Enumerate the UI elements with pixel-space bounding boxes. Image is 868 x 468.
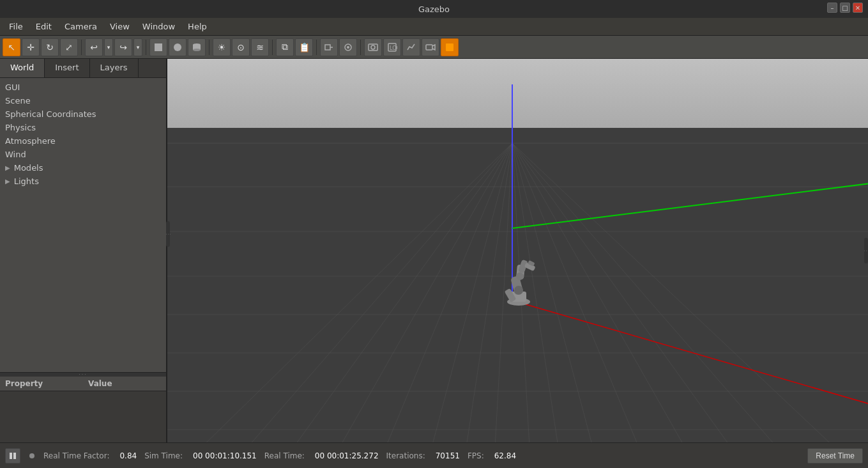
tree-item-atmosphere[interactable]: Atmosphere: [0, 134, 166, 148]
select-tool-button[interactable]: ↖: [3, 38, 20, 56]
svg-point-47: [514, 286, 523, 295]
svg-point-4: [193, 49, 201, 51]
copy-button[interactable]: ⧉: [276, 38, 294, 56]
svg-line-21: [423, 143, 512, 442]
real-time-factor-label: Real Time Factor:: [43, 451, 109, 460]
svg-line-42: [512, 300, 868, 404]
screenshot-button[interactable]: [364, 38, 382, 56]
tree-item-lights[interactable]: ▶ Lights: [0, 175, 166, 188]
svg-rect-0: [155, 43, 162, 51]
iterations-value: 70151: [436, 451, 460, 460]
panel-resize-handle[interactable]: ⋮: [166, 221, 170, 247]
atmosphere-label: Atmosphere: [5, 136, 56, 146]
directional-light-button[interactable]: ≋: [251, 38, 269, 56]
redo-button[interactable]: ↪: [114, 38, 132, 56]
physics-label: Physics: [5, 123, 36, 132]
iterations-label: Iterations:: [386, 451, 425, 460]
tab-layers[interactable]: Layers: [90, 59, 139, 77]
tab-insert[interactable]: Insert: [45, 59, 89, 77]
value-column-header: Value: [83, 377, 166, 391]
tree-item-gui[interactable]: GUI: [0, 81, 166, 94]
real-time-value: 00 00:01:25.272: [315, 451, 379, 460]
content: World Insert Layers GUI Scene Spherical …: [0, 59, 868, 442]
svg-rect-14: [446, 43, 453, 51]
statusbar: Real Time Factor: 0.84 Sim Time: 00 00:0…: [0, 442, 868, 468]
point-light-button[interactable]: ☀: [213, 38, 231, 56]
scale-tool-button[interactable]: ⤢: [60, 38, 78, 56]
separator-4: [272, 40, 273, 55]
svg-rect-5: [325, 45, 330, 50]
svg-rect-54: [13, 453, 16, 459]
undo-button[interactable]: ↩: [85, 38, 103, 56]
svg-line-29: [512, 143, 755, 442]
menu-window[interactable]: Window: [136, 20, 181, 33]
separator-6: [360, 40, 361, 55]
property-column-header: Property: [0, 377, 83, 391]
cylinder-button[interactable]: [188, 38, 206, 56]
tree-item-spherical-coords[interactable]: Spherical Coordinates: [0, 107, 166, 121]
wind-label: Wind: [5, 150, 26, 159]
lights-label: Lights: [14, 176, 39, 186]
tree-item-scene[interactable]: Scene: [0, 94, 166, 107]
spherical-coords-label: Spherical Coordinates: [5, 109, 96, 119]
models-arrow-icon: ▶: [5, 164, 10, 171]
models-label: Models: [14, 163, 43, 173]
menubar: File Edit Camera View Window Help: [0, 18, 868, 36]
menu-file[interactable]: File: [3, 20, 29, 33]
grid-overlay: [167, 59, 868, 442]
menu-camera[interactable]: Camera: [58, 20, 103, 33]
viewport-right-resize-handle[interactable]: ⋮: [864, 238, 868, 263]
lights-arrow-icon: ▶: [5, 178, 10, 185]
rotate-tool-button[interactable]: ↻: [41, 38, 59, 56]
svg-rect-13: [426, 45, 432, 50]
maximize-button[interactable]: □: [840, 3, 850, 13]
paste-button[interactable]: 📋: [295, 38, 313, 56]
properties-body: [0, 391, 166, 442]
svg-text:LOG: LOG: [390, 45, 397, 51]
sim-time-label: Sim Time:: [144, 451, 183, 460]
robot-arm: [505, 260, 536, 306]
svg-line-20: [372, 143, 512, 442]
box-button[interactable]: [149, 38, 167, 56]
spot-light-button[interactable]: ⊙: [232, 38, 250, 56]
svg-point-1: [174, 43, 181, 51]
real-time-factor-value: 0.84: [119, 451, 137, 460]
sim-time-value: 00 00:01:10.151: [193, 451, 257, 460]
separator-1: [81, 40, 82, 55]
svg-line-41: [512, 183, 868, 228]
svg-line-17: [218, 143, 512, 442]
3d-viewport[interactable]: ⋮: [167, 59, 868, 442]
undo-dropdown[interactable]: ▾: [104, 38, 113, 56]
separator-3: [209, 40, 209, 55]
svg-line-18: [270, 143, 512, 442]
svg-line-16: [167, 143, 512, 442]
left-panel: World Insert Layers GUI Scene Spherical …: [0, 59, 167, 442]
reset-time-button[interactable]: Reset Time: [807, 448, 863, 464]
fps-label: FPS:: [468, 451, 484, 460]
tree-item-physics[interactable]: Physics: [0, 121, 166, 134]
logging-button[interactable]: LOG: [383, 38, 401, 56]
svg-line-31: [512, 143, 868, 442]
status-indicator: [29, 453, 34, 458]
svg-line-28: [512, 143, 704, 442]
tree-item-models[interactable]: ▶ Models: [0, 161, 166, 175]
sphere-button[interactable]: [169, 38, 187, 56]
svg-line-30: [512, 143, 806, 442]
pause-button[interactable]: [5, 448, 20, 464]
menu-edit[interactable]: Edit: [29, 20, 58, 33]
align-button-1[interactable]: [320, 38, 338, 56]
world-tree: GUI Scene Spherical Coordinates Physics …: [0, 78, 166, 372]
minimize-button[interactable]: –: [827, 3, 837, 13]
redo-dropdown[interactable]: ▾: [133, 38, 142, 56]
menu-view[interactable]: View: [103, 20, 136, 33]
menu-help[interactable]: Help: [181, 20, 213, 33]
plot-button[interactable]: [402, 38, 420, 56]
tree-item-wind[interactable]: Wind: [0, 148, 166, 161]
align-button-2[interactable]: [339, 38, 357, 56]
move-tool-button[interactable]: ✛: [22, 38, 40, 56]
svg-point-48: [516, 272, 524, 280]
tab-world[interactable]: World: [0, 59, 45, 77]
video-button[interactable]: [422, 38, 439, 56]
close-button[interactable]: ✕: [853, 3, 863, 13]
object-button[interactable]: [441, 38, 459, 56]
